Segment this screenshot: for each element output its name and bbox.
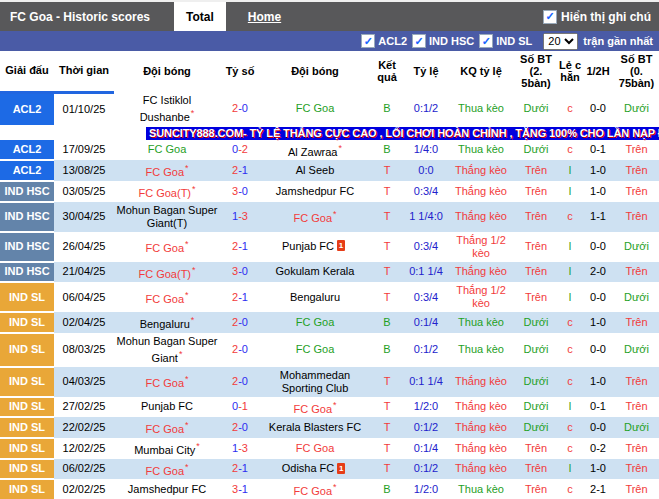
away-team-name: FC Goa <box>296 442 335 454</box>
asterisk-marker: * <box>333 482 337 492</box>
away-team-name: FC Goa <box>296 343 335 355</box>
recent-count-select[interactable]: 20 <box>543 33 578 50</box>
odd-even: l <box>558 160 582 181</box>
home-team: FC Goa* <box>114 367 220 397</box>
over-under-0-75: Trên <box>614 459 659 480</box>
handicap-result: Thắng kèo <box>448 262 514 283</box>
filter-bar: ACL2 IND HSC IND SL 20 trận gần nhất <box>0 31 659 51</box>
match-row: IND HSC30/04/25Mohun Bagan Super Giant(T… <box>0 202 659 232</box>
header-odd-even: Lẻ c hẵn <box>558 51 582 92</box>
tab-total[interactable]: Total <box>174 2 226 31</box>
over-under-0-75: Trên <box>614 140 659 161</box>
match-date: 02/04/25 <box>54 312 114 333</box>
over-under-2-5: Trên <box>514 459 558 480</box>
match-row: IND HSC26/04/25FC Goa*2-1Punjab FC1T0:3/… <box>0 232 659 262</box>
away-goals: -3 <box>238 442 248 454</box>
over-under-2-5: Dưới <box>514 397 558 418</box>
away-team-name: Punjab FC <box>282 240 334 252</box>
match-result: T <box>370 438 404 459</box>
acl2-label: ACL2 <box>378 35 407 47</box>
header-odds-result: KQ tỷ lệ <box>448 51 514 92</box>
handicap-result: Thắng kèo <box>448 160 514 181</box>
home-team-name: FC Goa(T) <box>138 267 191 279</box>
away-team: FC Goa <box>260 92 370 126</box>
away-team: Gokulam Kerala <box>260 262 370 283</box>
away-goals: -0 <box>238 343 248 355</box>
over-under-0-75: Trên <box>614 397 659 418</box>
half-time-score: 2-0 <box>582 262 614 283</box>
match-score: 0-1 <box>220 397 260 418</box>
match-score: 2-0 <box>220 312 260 333</box>
ind-sl-checkbox[interactable] <box>479 34 493 48</box>
handicap-result: Thắng kèo <box>448 438 514 459</box>
handicap-result: Thắng kèo <box>448 202 514 232</box>
over-under-0-75: Trên <box>614 202 659 232</box>
home-team: FC Goa* <box>114 459 220 480</box>
match-result: T <box>370 181 404 202</box>
match-result: B <box>370 333 404 367</box>
header-goals-0-75: Số BT (0. 75bàn) <box>614 51 659 92</box>
league-badge: IND SL <box>0 459 54 480</box>
match-result: T <box>370 282 404 312</box>
home-team: Mohun Bagan Super Giant* <box>114 333 220 367</box>
match-score: 2-0 <box>220 92 260 126</box>
handicap-odds: 1/4:0 <box>404 140 448 161</box>
over-under-0-75: Trên <box>614 262 659 283</box>
home-team: FC Goa(T)* <box>114 181 220 202</box>
away-team-name: Al Seeb <box>296 164 335 176</box>
over-under-0-75: Dưới <box>614 333 659 367</box>
home-team-name: Mumbai City <box>134 444 195 456</box>
match-row: IND HSC03/05/25FC Goa(T)*3-0Jamshedpur F… <box>0 181 659 202</box>
acl2-checkbox[interactable] <box>361 34 375 48</box>
away-team-name: Kerala Blasters FC <box>269 421 361 433</box>
match-score: 2-1 <box>220 459 260 480</box>
over-under-2-5: Trên <box>514 282 558 312</box>
away-team: FC Goa* <box>260 479 370 499</box>
league-badge: IND SL <box>0 282 54 312</box>
historic-scores-table: Giải đấu Thời gian Đội bóng Tỷ số Đội bó… <box>0 51 659 499</box>
header-away-team: Đội bóng <box>260 51 370 92</box>
over-under-0-75: Trên <box>614 181 659 202</box>
handicap-odds: 1/2:0 <box>404 397 448 418</box>
half-time-score: 0-1 <box>582 397 614 418</box>
match-date: 04/03/25 <box>54 367 114 397</box>
show-notes-checkbox[interactable] <box>543 10 557 24</box>
odd-even: c <box>558 479 582 499</box>
match-row: IND SL02/04/25Bengaluru*2-0FC GoaB0:1/4T… <box>0 312 659 333</box>
away-goals: -0 <box>238 421 248 433</box>
home-team: Bengaluru* <box>114 312 220 333</box>
over-under-2-5: Trên <box>514 479 558 499</box>
odd-even: c <box>558 312 582 333</box>
ind-hsc-checkbox[interactable] <box>412 34 426 48</box>
over-under-0-75: Dưới <box>614 282 659 312</box>
league-badge: IND HSC <box>0 232 54 262</box>
league-badge: IND SL <box>0 438 54 459</box>
over-under-2-5: Trên <box>514 232 558 262</box>
handicap-odds: 1 1/4:0 <box>404 202 448 232</box>
handicap-odds: 1/2:0 <box>404 479 448 499</box>
home-team-name: Bengaluru <box>140 318 190 330</box>
match-score: 1-3 <box>220 438 260 459</box>
match-row: IND SL06/04/25FC Goa*2-1BengaluruT0:3/4T… <box>0 282 659 312</box>
over-under-0-75: Trên <box>614 312 659 333</box>
asterisk-marker: * <box>333 400 337 410</box>
league-badge: IND SL <box>0 312 54 333</box>
ind-hsc-label: IND HSC <box>429 35 474 47</box>
match-date: 26/04/25 <box>54 232 114 262</box>
half-time-score: 1-0 <box>582 160 614 181</box>
match-score: 3-0 <box>220 181 260 202</box>
home-team: FC Goa* <box>114 282 220 312</box>
header-home-team: Đội bóng <box>114 51 220 92</box>
red-card-icon: 1 <box>337 463 345 474</box>
home-team-name: FC Goa <box>145 242 184 254</box>
away-goals: -3 <box>238 210 248 222</box>
home-team-name: FC Goa <box>148 143 187 155</box>
promo-banner[interactable]: SUNCITY888.COM- TỶ LỆ THẮNG CỰC CAO , LỐ… <box>146 127 659 140</box>
tab-home[interactable]: Home <box>236 2 293 31</box>
match-result: T <box>370 397 404 418</box>
handicap-result: Thua kèo <box>448 479 514 499</box>
header-result: Kết quả <box>370 51 404 92</box>
match-date: 06/02/25 <box>54 459 114 480</box>
match-result: T <box>370 459 404 480</box>
away-goals: -1 <box>238 483 248 495</box>
